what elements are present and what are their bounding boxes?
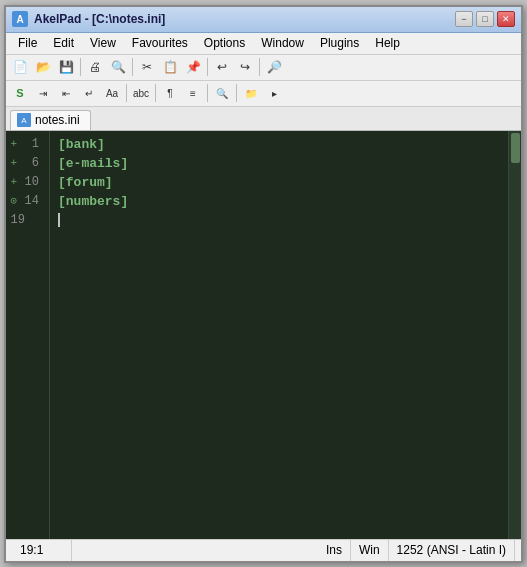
tb-copy-button[interactable]: 📋 — [159, 56, 181, 78]
app-icon: A — [12, 11, 28, 27]
collapse-icon-14[interactable]: ⊙ — [10, 192, 17, 211]
line-num-14: 14 — [19, 192, 39, 211]
status-line-ending: Win — [351, 540, 389, 561]
line-num-row-1: + 1 — [6, 135, 43, 154]
line-num-19: 19 — [11, 211, 39, 230]
tb2-sep-2 — [155, 84, 156, 102]
menu-favourites[interactable]: Favourites — [124, 34, 196, 52]
status-codepage: 1252 (ANSI - Latin I) — [389, 540, 515, 561]
section-emails: [e-mails] — [58, 156, 128, 171]
main-window: A AkelPad - [C:\notes.ini] − □ ✕ File Ed… — [4, 5, 523, 563]
tb2-indent-button[interactable]: ⇥ — [32, 82, 54, 104]
tb-save-button[interactable]: 💾 — [55, 56, 77, 78]
line-num-row-19: 19 — [6, 211, 43, 230]
menu-plugins[interactable]: Plugins — [312, 34, 367, 52]
title-bar-left: A AkelPad - [C:\notes.ini] — [12, 11, 165, 27]
scrollbar-thumb[interactable] — [511, 133, 520, 163]
tb-preview-button[interactable]: 🔍 — [107, 56, 129, 78]
tb2-wrap-button[interactable]: ↵ — [78, 82, 100, 104]
tb-redo-button[interactable]: ↪ — [234, 56, 256, 78]
tb-sep-4 — [259, 58, 260, 76]
line-numbers: + 1 + 6 + 10 ⊙ 14 19 — [6, 131, 50, 539]
vertical-scrollbar[interactable] — [508, 131, 521, 539]
toolbar-2: S ⇥ ⇤ ↵ Aa abc ¶ ≡ 🔍 📁 ▸ — [6, 81, 521, 107]
status-codepage-text: 1252 (ANSI - Latin I) — [397, 543, 506, 557]
editor-container[interactable]: + 1 + 6 + 10 ⊙ 14 19 [bank] — [6, 131, 521, 539]
section-bank: [bank] — [58, 137, 105, 152]
tb2-outdent-button[interactable]: ⇤ — [55, 82, 77, 104]
menu-file[interactable]: File — [10, 34, 45, 52]
code-line-6: [e-mails] — [58, 154, 500, 173]
menu-window[interactable]: Window — [253, 34, 312, 52]
tb2-spell-button[interactable]: abc — [130, 82, 152, 104]
cursor-line — [58, 213, 60, 228]
tb2-case-button[interactable]: Aa — [101, 82, 123, 104]
minimize-button[interactable]: − — [455, 11, 473, 27]
status-ins-mode: Ins — [318, 540, 351, 561]
tb2-sep-3 — [207, 84, 208, 102]
tb-paste-button[interactable]: 📌 — [182, 56, 204, 78]
tb-print-button[interactable]: 🖨 — [84, 56, 106, 78]
tb-sep-1 — [80, 58, 81, 76]
tb2-sep-4 — [236, 84, 237, 102]
status-line-ending-text: Win — [359, 543, 380, 557]
tb-sep-3 — [207, 58, 208, 76]
line-num-row-6: + 6 — [6, 154, 43, 173]
tb2-more-button[interactable]: ▸ — [263, 82, 285, 104]
menu-help[interactable]: Help — [367, 34, 408, 52]
maximize-button[interactable]: □ — [476, 11, 494, 27]
tb2-scripts-button[interactable]: S — [9, 82, 31, 104]
tb-new-button[interactable]: 📄 — [9, 56, 31, 78]
collapse-icon-10[interactable]: + — [10, 173, 17, 192]
tb2-zoom-button[interactable]: 🔍 — [211, 82, 233, 104]
status-mode-text: Ins — [326, 543, 342, 557]
text-cursor — [58, 213, 60, 227]
editor-content[interactable]: [bank] [e-mails] [forum] [numbers] — [50, 131, 508, 539]
menu-bar: File Edit View Favourites Options Window… — [6, 33, 521, 55]
status-position-text: 19:1 — [20, 543, 43, 557]
tab-bar: A notes.ini — [6, 107, 521, 131]
tb2-sep-1 — [126, 84, 127, 102]
line-num-1: 1 — [19, 135, 39, 154]
toolbar-1: 📄 📂 💾 🖨 🔍 ✂ 📋 📌 ↩ ↪ 🔎 — [6, 55, 521, 81]
collapse-icon-6[interactable]: + — [10, 154, 17, 173]
title-buttons: − □ ✕ — [455, 11, 515, 27]
tb-cut-button[interactable]: ✂ — [136, 56, 158, 78]
tb2-format-button[interactable]: ≡ — [182, 82, 204, 104]
status-bar: 19:1 Ins Win 1252 (ANSI - Latin I) — [6, 539, 521, 561]
tab-label: notes.ini — [35, 113, 80, 127]
line-num-row-14: ⊙ 14 — [6, 192, 43, 211]
code-line-19 — [58, 211, 500, 230]
line-num-6: 6 — [19, 154, 39, 173]
close-button[interactable]: ✕ — [497, 11, 515, 27]
section-forum: [forum] — [58, 175, 113, 190]
collapse-icon-1[interactable]: + — [10, 135, 17, 154]
menu-view[interactable]: View — [82, 34, 124, 52]
tb2-para-button[interactable]: ¶ — [159, 82, 181, 104]
window-title: AkelPad - [C:\notes.ini] — [34, 12, 165, 26]
code-line-14: [numbers] — [58, 192, 500, 211]
title-bar: A AkelPad - [C:\notes.ini] − □ ✕ — [6, 7, 521, 33]
code-line-10: [forum] — [58, 173, 500, 192]
menu-options[interactable]: Options — [196, 34, 253, 52]
menu-edit[interactable]: Edit — [45, 34, 82, 52]
code-line-1: [bank] — [58, 135, 500, 154]
section-numbers: [numbers] — [58, 194, 128, 209]
tab-file-icon: A — [17, 113, 31, 127]
tb-open-button[interactable]: 📂 — [32, 56, 54, 78]
tb-undo-button[interactable]: ↩ — [211, 56, 233, 78]
tb-find-button[interactable]: 🔎 — [263, 56, 285, 78]
line-num-10: 10 — [19, 173, 39, 192]
status-position: 19:1 — [12, 540, 72, 561]
tab-notes-ini[interactable]: A notes.ini — [10, 110, 91, 130]
line-num-row-10: + 10 — [6, 173, 43, 192]
tb-sep-2 — [132, 58, 133, 76]
tb2-recent-button[interactable]: 📁 — [240, 82, 262, 104]
